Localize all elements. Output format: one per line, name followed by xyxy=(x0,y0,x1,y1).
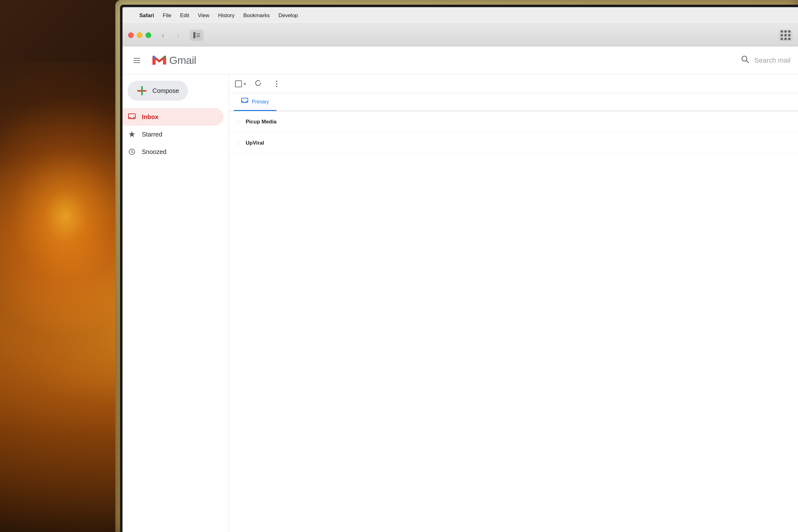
email-tabs: Primary xyxy=(229,93,798,111)
tab-primary-label: Primary xyxy=(252,99,269,105)
sidebar-item-snoozed[interactable]: Snoozed xyxy=(122,143,224,160)
gmail-wordmark: Gmail xyxy=(169,54,196,66)
back-button[interactable]: ‹ xyxy=(157,30,169,41)
more-options-icon: ⋮ xyxy=(273,79,281,88)
refresh-button[interactable] xyxy=(252,77,264,91)
tab-primary[interactable]: Primary xyxy=(234,94,277,111)
close-button[interactable] xyxy=(128,33,134,38)
gmail-search-area: Search mail xyxy=(741,55,791,66)
dots-grid-icon xyxy=(781,30,791,40)
svg-rect-16 xyxy=(242,98,248,102)
screen-content: Safari File Edit View History Bookmarks … xyxy=(122,7,798,532)
traffic-lights xyxy=(128,33,151,38)
tab-grid-button[interactable] xyxy=(779,30,792,41)
email-sender-2: UpViral xyxy=(246,140,314,146)
compose-label: Compose xyxy=(152,87,179,94)
back-arrow-icon: ‹ xyxy=(162,31,164,40)
email-list: ☆ Picup Media ☆ UpViral xyxy=(229,111,798,532)
checkbox-icon xyxy=(235,80,242,87)
svg-line-3 xyxy=(746,60,748,63)
star-button-2[interactable]: ☆ xyxy=(235,139,241,147)
checkbox-dropdown-icon: ▾ xyxy=(244,81,246,86)
gmail-header: Gmail Search mail xyxy=(122,46,798,75)
svg-rect-8 xyxy=(129,114,135,119)
email-row[interactable]: ☆ Picup Media xyxy=(229,111,798,132)
hamburger-menu-button[interactable] xyxy=(130,54,144,67)
gmail-area: Gmail Search mail xyxy=(122,46,798,532)
clock-icon xyxy=(128,147,136,156)
sidebar-item-starred[interactable]: Starred xyxy=(122,126,224,143)
screen-bezel: Safari File Edit View History Bookmarks … xyxy=(120,5,798,532)
refresh-icon xyxy=(255,80,262,88)
macos-menubar: Safari File Edit View History Bookmarks … xyxy=(122,7,798,24)
menubar-file[interactable]: File xyxy=(158,11,175,20)
gmail-main: ▾ ⋮ xyxy=(228,75,798,532)
menubar-view[interactable]: View xyxy=(194,11,214,20)
maximize-button[interactable] xyxy=(146,33,151,38)
inbox-icon xyxy=(128,113,136,121)
laptop-frame: Safari File Edit View History Bookmarks … xyxy=(115,0,798,532)
more-options-button[interactable]: ⋮ xyxy=(270,77,283,91)
gmail-m-icon xyxy=(151,54,167,67)
svg-marker-15 xyxy=(259,80,260,81)
search-placeholder-text: Search mail xyxy=(754,56,791,64)
sidebar-item-inbox[interactable]: Inbox xyxy=(122,108,224,126)
search-icon xyxy=(741,55,749,66)
sidebar-toggle-icon xyxy=(193,32,200,38)
compose-button[interactable]: Compose xyxy=(128,81,188,101)
email-row[interactable]: ☆ UpViral xyxy=(229,132,798,154)
gmail-body: Compose Inbox xyxy=(122,75,798,532)
apple-menu[interactable] xyxy=(129,14,135,17)
snoozed-label: Snoozed xyxy=(142,148,167,155)
email-toolbar: ▾ ⋮ xyxy=(229,75,798,93)
menubar-develop[interactable]: Develop xyxy=(274,11,302,20)
menubar-safari[interactable]: Safari xyxy=(135,11,158,20)
star-icon xyxy=(128,130,136,139)
inbox-label: Inbox xyxy=(142,113,158,120)
svg-marker-9 xyxy=(129,131,135,137)
tab-primary-icon xyxy=(241,98,248,106)
hamburger-icon xyxy=(133,60,140,61)
menubar-bookmarks[interactable]: Bookmarks xyxy=(239,11,274,20)
safari-toolbar: ‹ › xyxy=(122,24,798,46)
gmail-sidebar: Compose Inbox xyxy=(122,75,228,532)
hamburger-icon xyxy=(133,62,140,63)
email-sender-1: Picup Media xyxy=(246,119,314,125)
sidebar-toggle-button[interactable] xyxy=(190,30,204,41)
minimize-button[interactable] xyxy=(137,33,142,38)
menubar-edit[interactable]: Edit xyxy=(176,11,194,20)
forward-arrow-icon: › xyxy=(177,31,179,40)
starred-label: Starred xyxy=(142,131,163,138)
compose-plus-icon xyxy=(136,85,148,96)
select-all-checkbox[interactable]: ▾ xyxy=(235,80,246,87)
forward-button[interactable]: › xyxy=(172,30,184,41)
star-button-1[interactable]: ☆ xyxy=(235,118,241,126)
gmail-logo: Gmail xyxy=(151,54,196,67)
menubar-history[interactable]: History xyxy=(214,11,239,20)
hamburger-icon xyxy=(133,58,140,59)
